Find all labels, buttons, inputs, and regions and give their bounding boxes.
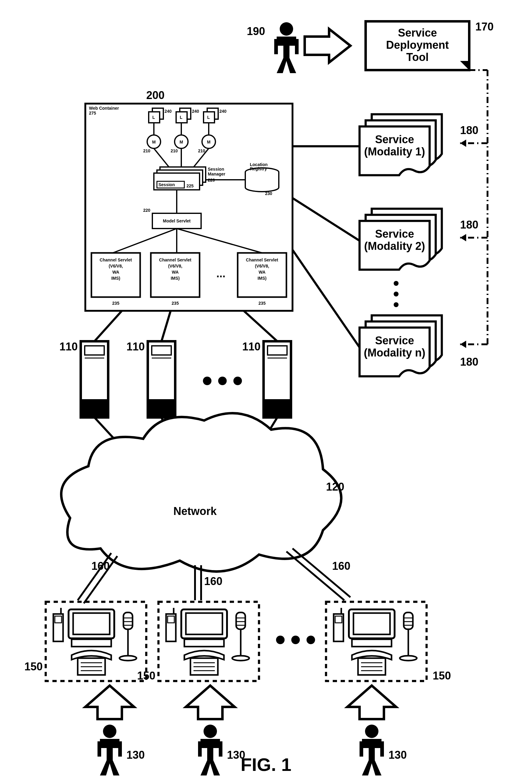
network-cloud: Network <box>61 413 341 572</box>
svg-marker-189 <box>201 760 220 775</box>
svg-text:IMS): IMS) <box>111 276 120 281</box>
svg-line-99 <box>162 311 171 341</box>
deployment-tool-ref: 170 <box>475 20 494 33</box>
link-container-servicen <box>293 250 359 347</box>
svg-text:IMS): IMS) <box>257 276 267 281</box>
user-3-ref: 130 <box>389 749 407 761</box>
svg-text:235: 235 <box>258 301 266 306</box>
svg-rect-5 <box>295 39 299 54</box>
up-arrow-icon-3 <box>347 686 396 719</box>
svg-marker-16 <box>460 139 466 147</box>
svg-rect-170 <box>404 613 413 629</box>
svg-line-125 <box>293 548 350 597</box>
svg-text:WA: WA <box>259 270 266 274</box>
figure-label: FIG. 1 <box>241 755 292 775</box>
user-1-ref: 130 <box>126 749 145 761</box>
up-arrow-icon-1 <box>85 686 134 719</box>
service-doc-2-ref: 180 <box>460 218 478 231</box>
web-container: Web Container 275 L 240 L 240 L 240 M 21… <box>85 104 293 311</box>
svg-rect-102 <box>81 399 108 418</box>
svg-text:275: 275 <box>89 111 96 115</box>
server-icon-3 <box>263 341 291 418</box>
svg-rect-113 <box>263 399 291 418</box>
svg-marker-183 <box>100 760 119 775</box>
svg-text:IMS): IMS) <box>171 276 180 281</box>
service-doc-1-ref: 180 <box>460 124 478 136</box>
arrow-right-icon <box>305 29 350 63</box>
svg-text:225: 225 <box>187 184 194 188</box>
svg-line-98 <box>94 311 122 341</box>
svg-text:235: 235 <box>172 301 179 306</box>
svg-point-24 <box>394 292 399 297</box>
svg-text:WA: WA <box>172 270 179 274</box>
svg-rect-190 <box>198 741 202 757</box>
svg-text:(Modality n): (Modality n) <box>364 346 425 359</box>
svg-rect-149 <box>184 639 224 647</box>
svg-point-138 <box>119 656 136 661</box>
client-box-3-ref: 150 <box>433 669 451 682</box>
person-icon-1 <box>98 725 122 775</box>
dashdot-connector <box>460 70 488 344</box>
service-ellipsis <box>394 281 399 307</box>
client-box-2-ref: 150 <box>137 669 155 682</box>
svg-rect-194 <box>369 739 375 760</box>
svg-text:Session: Session <box>208 167 224 172</box>
svg-text:Deployment: Deployment <box>386 39 449 51</box>
svg-text:Registry: Registry <box>250 166 267 171</box>
server-2-ref: 110 <box>126 340 145 353</box>
svg-text:Manager: Manager <box>208 172 225 177</box>
clients-ellipsis <box>276 636 315 644</box>
svg-marker-3 <box>277 58 296 73</box>
svg-text:Channel Servlet: Channel Servlet <box>100 257 132 262</box>
svg-text:L: L <box>152 115 155 120</box>
svg-text:240: 240 <box>165 109 172 114</box>
svg-point-155 <box>232 656 249 661</box>
conn-ref-3: 160 <box>332 560 350 572</box>
svg-text:Service: Service <box>375 228 414 240</box>
svg-text:...: ... <box>216 267 225 280</box>
svg-rect-150 <box>236 613 245 629</box>
svg-point-111 <box>233 376 242 385</box>
svg-text:(V6/V8,: (V6/V8, <box>255 263 270 268</box>
svg-rect-191 <box>219 741 222 757</box>
svg-rect-197 <box>380 741 384 757</box>
svg-rect-188 <box>207 739 213 760</box>
svg-point-175 <box>400 656 417 661</box>
conn-ref-1: 160 <box>91 560 110 572</box>
svg-text:Channel Servlet: Channel Servlet <box>159 257 191 262</box>
client-box-3 <box>326 602 427 681</box>
connector-arrowheads <box>460 139 466 348</box>
svg-text:Session: Session <box>158 182 175 187</box>
svg-text:210: 210 <box>143 148 150 153</box>
svg-point-160 <box>276 636 285 644</box>
svg-text:M: M <box>152 139 156 144</box>
service-doc-n-ref: 180 <box>460 356 478 368</box>
svg-rect-132 <box>72 639 111 647</box>
svg-text:L: L <box>207 115 210 120</box>
link-container-service2 <box>293 198 359 241</box>
service-doc-n: Service (Modality n) <box>359 315 442 376</box>
svg-point-192 <box>365 725 379 738</box>
svg-rect-182 <box>107 739 113 760</box>
svg-text:(Modality 2): (Modality 2) <box>364 240 425 252</box>
svg-text:220: 220 <box>143 208 150 213</box>
svg-text:M: M <box>180 139 183 144</box>
svg-point-23 <box>394 281 399 286</box>
server-icon-1 <box>81 341 108 418</box>
network-ref: 120 <box>326 480 344 493</box>
svg-text:M: M <box>207 139 211 144</box>
svg-marker-18 <box>460 341 466 348</box>
svg-text:Service: Service <box>375 133 414 146</box>
svg-point-0 <box>280 22 293 36</box>
svg-rect-2 <box>283 36 290 58</box>
servers-ellipsis <box>203 376 242 385</box>
svg-text:Model Servlet: Model Servlet <box>163 218 191 223</box>
svg-point-110 <box>218 376 227 385</box>
svg-point-162 <box>307 636 315 644</box>
svg-text:Service: Service <box>398 26 437 39</box>
svg-text:210: 210 <box>198 148 205 153</box>
svg-rect-169 <box>352 639 392 647</box>
client-box-2 <box>158 602 259 681</box>
server-icon-2 <box>148 341 175 418</box>
person-icon-top <box>274 22 299 73</box>
